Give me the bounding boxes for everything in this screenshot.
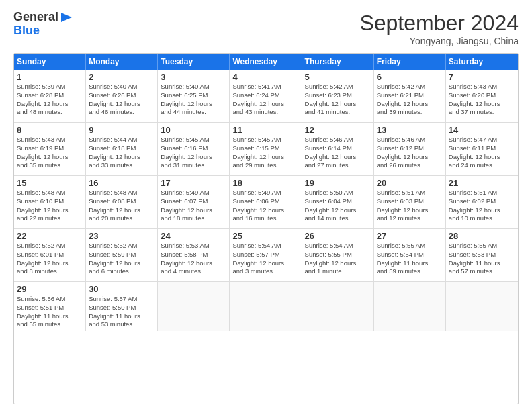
- calendar-cell: 2Sunrise: 5:40 AM Sunset: 6:26 PM Daylig…: [86, 70, 158, 122]
- calendar-cell: 27Sunrise: 5:55 AM Sunset: 5:54 PM Dayli…: [374, 229, 446, 281]
- day-info: Sunrise: 5:53 AM Sunset: 5:58 PM Dayligh…: [161, 242, 226, 276]
- day-info: Sunrise: 5:49 AM Sunset: 6:07 PM Dayligh…: [161, 189, 226, 223]
- title-block: September 2024 Yongyang, Jiangsu, China: [359, 11, 519, 46]
- header-tuesday: Tuesday: [158, 54, 230, 70]
- day-info: Sunrise: 5:57 AM Sunset: 5:50 PM Dayligh…: [89, 295, 154, 329]
- calendar-cell: 22Sunrise: 5:52 AM Sunset: 6:01 PM Dayli…: [14, 229, 86, 281]
- calendar-cell: 11Sunrise: 5:45 AM Sunset: 6:15 PM Dayli…: [230, 123, 302, 175]
- day-number: 30: [89, 284, 154, 294]
- day-info: Sunrise: 5:55 AM Sunset: 5:53 PM Dayligh…: [449, 242, 515, 276]
- header: General Blue September 2024 Yongyang, Ji…: [13, 11, 519, 46]
- calendar-week-3: 15Sunrise: 5:48 AM Sunset: 6:10 PM Dayli…: [14, 176, 518, 229]
- header-sunday: Sunday: [14, 54, 86, 70]
- calendar-cell: 16Sunrise: 5:48 AM Sunset: 6:08 PM Dayli…: [86, 176, 158, 228]
- day-number: 28: [449, 231, 515, 241]
- day-info: Sunrise: 5:40 AM Sunset: 6:25 PM Dayligh…: [161, 83, 226, 117]
- page: General Blue September 2024 Yongyang, Ji…: [0, 0, 532, 411]
- day-number: 3: [161, 72, 226, 82]
- calendar-cell: [158, 282, 230, 331]
- calendar-cell: 20Sunrise: 5:51 AM Sunset: 6:03 PM Dayli…: [374, 176, 446, 228]
- calendar-cell: [302, 282, 374, 331]
- day-number: 1: [17, 72, 83, 82]
- day-info: Sunrise: 5:46 AM Sunset: 6:14 PM Dayligh…: [305, 136, 371, 170]
- day-info: Sunrise: 5:56 AM Sunset: 5:51 PM Dayligh…: [17, 295, 83, 329]
- calendar-week-1: 1Sunrise: 5:39 AM Sunset: 6:28 PM Daylig…: [14, 70, 518, 123]
- day-number: 4: [232, 72, 298, 82]
- calendar-cell: 12Sunrise: 5:46 AM Sunset: 6:14 PM Dayli…: [302, 123, 374, 175]
- day-info: Sunrise: 5:49 AM Sunset: 6:06 PM Dayligh…: [232, 189, 298, 223]
- calendar-cell: [230, 282, 302, 331]
- logo-text: General Blue: [13, 11, 73, 38]
- calendar-cell: 4Sunrise: 5:41 AM Sunset: 6:24 PM Daylig…: [230, 70, 302, 122]
- calendar-cell: 24Sunrise: 5:53 AM Sunset: 5:58 PM Dayli…: [158, 229, 230, 281]
- header-wednesday: Wednesday: [230, 54, 302, 70]
- calendar-cell: 8Sunrise: 5:43 AM Sunset: 6:19 PM Daylig…: [14, 123, 86, 175]
- day-info: Sunrise: 5:47 AM Sunset: 6:11 PM Dayligh…: [449, 136, 515, 170]
- calendar-cell: 15Sunrise: 5:48 AM Sunset: 6:10 PM Dayli…: [14, 176, 86, 228]
- day-number: 13: [377, 125, 443, 135]
- calendar-cell: 26Sunrise: 5:54 AM Sunset: 5:55 PM Dayli…: [302, 229, 374, 281]
- day-number: 10: [161, 125, 226, 135]
- calendar-header: Sunday Monday Tuesday Wednesday Thursday…: [14, 54, 518, 70]
- calendar-cell: 7Sunrise: 5:43 AM Sunset: 6:20 PM Daylig…: [446, 70, 518, 122]
- calendar-week-2: 8Sunrise: 5:43 AM Sunset: 6:19 PM Daylig…: [14, 123, 518, 176]
- calendar: Sunday Monday Tuesday Wednesday Thursday…: [13, 53, 519, 404]
- day-number: 8: [17, 125, 83, 135]
- month-title: September 2024: [359, 11, 519, 36]
- day-number: 21: [449, 178, 515, 188]
- day-info: Sunrise: 5:42 AM Sunset: 6:23 PM Dayligh…: [305, 83, 371, 117]
- day-number: 20: [377, 178, 443, 188]
- day-info: Sunrise: 5:50 AM Sunset: 6:04 PM Dayligh…: [305, 189, 371, 223]
- day-info: Sunrise: 5:44 AM Sunset: 6:18 PM Dayligh…: [89, 136, 154, 170]
- day-number: 29: [17, 284, 83, 294]
- day-number: 14: [449, 125, 515, 135]
- day-number: 6: [377, 72, 443, 82]
- day-number: 17: [161, 178, 226, 188]
- calendar-week-4: 22Sunrise: 5:52 AM Sunset: 6:01 PM Dayli…: [14, 229, 518, 282]
- day-number: 24: [161, 231, 226, 241]
- day-info: Sunrise: 5:46 AM Sunset: 6:12 PM Dayligh…: [377, 136, 443, 170]
- location: Yongyang, Jiangsu, China: [359, 36, 519, 46]
- calendar-cell: 13Sunrise: 5:46 AM Sunset: 6:12 PM Dayli…: [374, 123, 446, 175]
- day-number: 11: [232, 125, 298, 135]
- day-number: 19: [305, 178, 371, 188]
- day-info: Sunrise: 5:41 AM Sunset: 6:24 PM Dayligh…: [232, 83, 298, 117]
- calendar-cell: 5Sunrise: 5:42 AM Sunset: 6:23 PM Daylig…: [302, 70, 374, 122]
- header-thursday: Thursday: [302, 54, 374, 70]
- day-number: 25: [232, 231, 298, 241]
- logo: General Blue: [13, 11, 73, 38]
- day-info: Sunrise: 5:45 AM Sunset: 6:15 PM Dayligh…: [232, 136, 298, 170]
- day-number: 9: [89, 125, 154, 135]
- day-info: Sunrise: 5:40 AM Sunset: 6:26 PM Dayligh…: [89, 83, 154, 117]
- day-number: 22: [17, 231, 83, 241]
- header-monday: Monday: [86, 54, 158, 70]
- calendar-cell: 17Sunrise: 5:49 AM Sunset: 6:07 PM Dayli…: [158, 176, 230, 228]
- calendar-cell: 29Sunrise: 5:56 AM Sunset: 5:51 PM Dayli…: [14, 282, 86, 331]
- day-info: Sunrise: 5:43 AM Sunset: 6:20 PM Dayligh…: [449, 83, 515, 117]
- day-number: 27: [377, 231, 443, 241]
- day-info: Sunrise: 5:51 AM Sunset: 6:02 PM Dayligh…: [449, 189, 515, 223]
- day-number: 2: [89, 72, 154, 82]
- day-info: Sunrise: 5:55 AM Sunset: 5:54 PM Dayligh…: [377, 242, 443, 276]
- calendar-cell: 14Sunrise: 5:47 AM Sunset: 6:11 PM Dayli…: [446, 123, 518, 175]
- header-friday: Friday: [374, 54, 446, 70]
- calendar-cell: 30Sunrise: 5:57 AM Sunset: 5:50 PM Dayli…: [86, 282, 158, 331]
- day-info: Sunrise: 5:51 AM Sunset: 6:03 PM Dayligh…: [377, 189, 443, 223]
- calendar-cell: 1Sunrise: 5:39 AM Sunset: 6:28 PM Daylig…: [14, 70, 86, 122]
- calendar-cell: [446, 282, 518, 331]
- calendar-cell: 3Sunrise: 5:40 AM Sunset: 6:25 PM Daylig…: [158, 70, 230, 122]
- calendar-cell: 18Sunrise: 5:49 AM Sunset: 6:06 PM Dayli…: [230, 176, 302, 228]
- day-info: Sunrise: 5:48 AM Sunset: 6:10 PM Dayligh…: [17, 189, 83, 223]
- calendar-cell: 28Sunrise: 5:55 AM Sunset: 5:53 PM Dayli…: [446, 229, 518, 281]
- calendar-week-5: 29Sunrise: 5:56 AM Sunset: 5:51 PM Dayli…: [14, 282, 518, 331]
- day-number: 16: [89, 178, 154, 188]
- calendar-cell: 23Sunrise: 5:52 AM Sunset: 5:59 PM Dayli…: [86, 229, 158, 281]
- day-info: Sunrise: 5:52 AM Sunset: 5:59 PM Dayligh…: [89, 242, 154, 276]
- day-info: Sunrise: 5:54 AM Sunset: 5:57 PM Dayligh…: [232, 242, 298, 276]
- day-info: Sunrise: 5:52 AM Sunset: 6:01 PM Dayligh…: [17, 242, 83, 276]
- calendar-cell: 9Sunrise: 5:44 AM Sunset: 6:18 PM Daylig…: [86, 123, 158, 175]
- day-number: 23: [89, 231, 154, 241]
- day-info: Sunrise: 5:39 AM Sunset: 6:28 PM Dayligh…: [17, 83, 83, 117]
- logo-arrow-icon: [58, 11, 73, 24]
- day-number: 26: [305, 231, 371, 241]
